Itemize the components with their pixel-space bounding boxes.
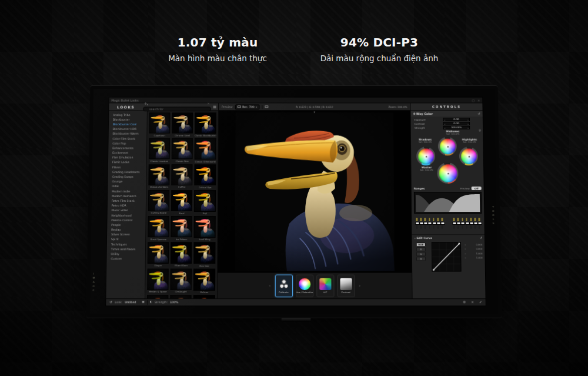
look-preset[interactable]: Neo Noir: [193, 242, 215, 268]
curve-reset-icon[interactable]: ↺: [480, 236, 482, 239]
look-preset[interactable]: Classic Otherworld: [195, 138, 216, 163]
param-value-field[interactable]: 0.00: [443, 122, 470, 125]
tool-chip[interactable]: LUT: [316, 274, 334, 297]
confirm-icon[interactable]: ✓: [479, 301, 482, 304]
look-preset[interactable]: Chrome Steel: [172, 112, 193, 137]
looks-category-item[interactable]: Color Film Stock: [109, 137, 147, 141]
range-slider[interactable]: [462, 218, 463, 229]
looks-category-item[interactable]: Analog Tribe: [109, 112, 147, 117]
looks-category-item[interactable]: Modern Indie: [108, 189, 146, 194]
clear-search-icon[interactable]: ×: [208, 102, 210, 105]
master-wheel[interactable]: [437, 162, 458, 184]
looks-category-item[interactable]: Film Emulation: [108, 155, 146, 160]
shadows-wheel[interactable]: [416, 147, 435, 165]
image-drawer-handle[interactable]: IMAGE: [92, 272, 95, 293]
looks-category-item[interactable]: Filters: [108, 165, 146, 169]
cancel-icon[interactable]: ×: [471, 301, 474, 304]
range-slider[interactable]: [453, 218, 455, 229]
range-slider[interactable]: [475, 218, 476, 229]
tool-chip[interactable]: Calibrate: [275, 274, 292, 297]
look-preset[interactable]: Onslaught: [170, 268, 192, 294]
looks-category-item[interactable]: Spirit: [107, 237, 145, 242]
looks-category-item[interactable]: Blockbuster Warm: [109, 132, 147, 137]
range-slider[interactable]: [457, 218, 459, 229]
range-slider[interactable]: [429, 218, 430, 229]
look-preset[interactable]: Coffee: [171, 164, 192, 189]
maximize-icon[interactable]: ▢: [472, 98, 475, 102]
looks-category-item[interactable]: Music video: [108, 208, 146, 213]
close-icon[interactable]: ×: [477, 98, 480, 102]
look-preset[interactable]: Final: [171, 190, 193, 215]
midtones-wheel[interactable]: [438, 137, 457, 156]
look-preset[interactable]: Critical Ops: [194, 164, 216, 189]
range-slider[interactable]: [441, 218, 443, 229]
look-preset[interactable]: Classic Neo: [172, 138, 193, 163]
scroll-right-icon[interactable]: ›: [358, 283, 362, 288]
output-display-icon[interactable]: [265, 105, 268, 108]
range-slider[interactable]: [416, 218, 417, 229]
curve-channel-button[interactable]: R: [416, 247, 426, 251]
curve-channel-button[interactable]: B: [416, 257, 426, 261]
look-preset[interactable]: Iced Wing: [194, 216, 216, 241]
looks-category-item[interactable]: Retro HDR: [108, 204, 146, 208]
look-preset[interactable]: Ginger: [148, 242, 169, 268]
colorspace-dropdown[interactable]: Rec. 709 ▾: [235, 104, 259, 109]
looks-category-item[interactable]: Silver Screen: [107, 232, 145, 237]
range-slider[interactable]: [479, 218, 480, 229]
reset-icon[interactable]: ↺: [477, 112, 480, 115]
tool-chip[interactable]: Contrast: [337, 274, 355, 297]
look-preset[interactable]: Ice Palace: [171, 216, 192, 241]
range-slider[interactable]: [466, 218, 467, 229]
looks-category-item[interactable]: Techniques: [107, 242, 145, 247]
looks-category-item[interactable]: People: [107, 222, 145, 227]
range-slider[interactable]: [433, 218, 435, 229]
looks-category-item[interactable]: Filmic Looks: [108, 160, 146, 165]
look-preset[interactable]: Fuji: [194, 190, 216, 215]
curve-expander-icon[interactable]: ▾: [415, 237, 416, 239]
look-preset[interactable]: Miami Gem: [171, 242, 192, 268]
looks-category-item[interactable]: Retro Film Stock: [108, 198, 146, 203]
ranges-toggle[interactable]: Off: [472, 187, 482, 190]
curve-channel-button[interactable]: RGB: [416, 242, 426, 247]
range-slider[interactable]: [425, 218, 426, 229]
scroll-left-icon[interactable]: ‹: [268, 283, 272, 288]
search-input[interactable]: [143, 107, 212, 111]
look-preset[interactable]: Classic Blockbuster: [195, 112, 216, 137]
looks-category-item[interactable]: Replay: [107, 228, 145, 232]
curve-editor[interactable]: [432, 242, 462, 271]
looks-category-item[interactable]: Blockbuster HDR: [109, 127, 147, 131]
range-slider[interactable]: [420, 218, 422, 229]
save-look-icon[interactable]: ▣: [142, 301, 144, 304]
look-preset[interactable]: Cutting Board: [148, 190, 170, 215]
look-preset[interactable]: Capetown: [149, 112, 170, 137]
look-preset[interactable]: Pelican: [193, 268, 215, 294]
tools-drawer-handle[interactable]: TOOLS: [492, 205, 495, 226]
looks-category-item[interactable]: Grading Headstarts: [108, 169, 146, 174]
looks-category-item[interactable]: Excitement: [108, 151, 146, 155]
highlights-wheel[interactable]: [459, 147, 478, 165]
looks-category-item[interactable]: Times and Places: [107, 247, 145, 251]
range-slider[interactable]: [437, 218, 439, 229]
looks-category-item[interactable]: Enhancements: [108, 146, 146, 151]
looks-category-item[interactable]: Color Pop: [108, 141, 146, 146]
looks-category-item[interactable]: Utility: [107, 252, 145, 257]
looks-category-item[interactable]: Modern Romance: [108, 194, 146, 198]
param-value-field[interactable]: 100.00%: [443, 126, 470, 129]
scopes-drawer-handle[interactable]: ▾: [313, 110, 315, 114]
looks-category-item[interactable]: Grading Swaps: [108, 175, 146, 179]
range-slider[interactable]: [470, 218, 472, 229]
looks-category-item[interactable]: Grunge: [108, 179, 146, 184]
param-value-field[interactable]: 0.00: [443, 118, 470, 121]
settings-gear-icon[interactable]: ⚙: [463, 301, 466, 304]
look-preset[interactable]: Great Sparrow: [148, 216, 169, 241]
looks-category-item[interactable]: Palette Control: [107, 218, 145, 222]
looks-category-item[interactable]: Custom: [106, 257, 145, 261]
undo-icon[interactable]: ↺: [109, 301, 112, 304]
wheel-mode-icon[interactable]: ◎: [479, 128, 481, 132]
looks-category-item[interactable]: Blockbuster: [109, 117, 147, 122]
look-preset[interactable]: Classic Zombies: [148, 164, 169, 189]
grid-view-icon[interactable]: ▦: [213, 105, 216, 108]
looks-category-item[interactable]: Indie: [108, 184, 146, 189]
looks-category-item[interactable]: Blockbuster Cool: [109, 122, 147, 127]
looks-category-item[interactable]: Neighborhood: [108, 213, 146, 218]
